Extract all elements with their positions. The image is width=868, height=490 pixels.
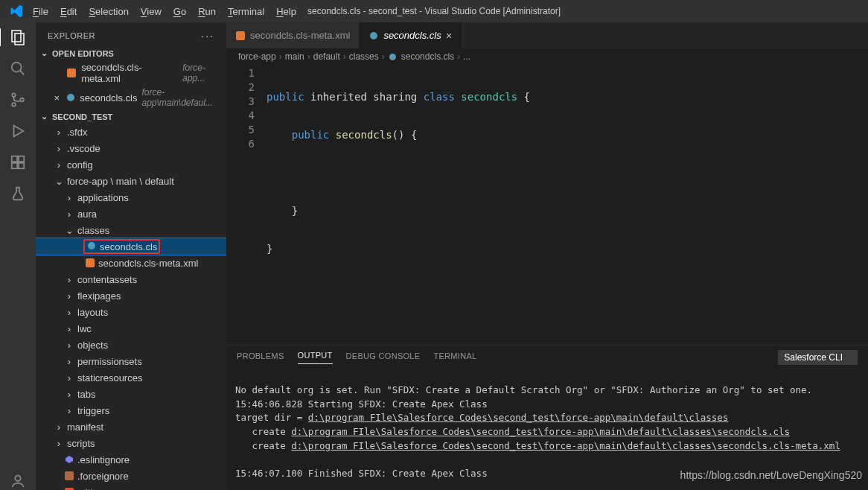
code-editor[interactable]: 123 456 public inherited sharing class s… [226,66,868,345]
output-channel-selector[interactable]: Salesforce CLI [778,350,858,365]
chevron-icon: › [64,274,74,285]
tree-label: secondcls.cls [100,241,157,252]
tree-folder[interactable]: ›applications [36,189,226,206]
tree-label: .gitignore [77,487,117,491]
tree-folder[interactable]: ⌄classes [36,222,226,238]
open-editors-header[interactable]: ⌄ OPEN EDITORS [36,46,226,60]
tree-folder[interactable]: ›triggers [36,402,226,419]
chevron-icon: › [64,340,74,351]
accounts-icon[interactable] [9,472,27,490]
tree-file[interactable]: secondcls.cls [36,238,226,255]
source-control-icon[interactable] [9,91,27,109]
panel-tab-problems[interactable]: PROBLEMS [237,351,284,364]
tab-secondcls-meta[interactable]: secondcls.cls-meta.xml [226,22,360,48]
menu-help[interactable]: Help [270,3,302,20]
chevron-icon: › [64,192,74,203]
tree-label: applications [77,192,129,203]
tree-folder[interactable]: ›config [36,156,226,173]
chevron-icon: ⌄ [54,176,64,187]
window-title: secondcls.cls - second_test - Visual Stu… [307,6,561,16]
menu-go[interactable]: Go [167,3,192,20]
tree-folder[interactable]: ⌄force-app \ main \ default [36,173,226,189]
tree-label: secondcls.cls-meta.xml [98,258,198,269]
panel-tab-debug[interactable]: DEBUG CONSOLE [346,351,421,364]
sidebar-title: EXPLORER [48,31,95,40]
menu-terminal[interactable]: Terminal [222,3,270,20]
git-file-icon [64,487,74,490]
code-content: public inherited sharing class secondcls… [267,66,868,345]
tree-label: manifest [67,421,103,433]
sidebar-more-icon[interactable]: ··· [201,30,214,42]
force-file-icon [64,471,74,481]
tree-folder[interactable]: ›.vscode [36,140,226,156]
apex-file-icon [66,92,76,103]
tree-label: permissionsets [77,356,142,367]
tree-folder[interactable]: ›objects [36,337,226,353]
blank-close-slot [52,68,63,79]
search-icon[interactable] [9,60,27,77]
tree-label: classes [77,225,109,236]
tree-folder[interactable]: ›lwc [36,320,226,337]
svg-point-15 [88,242,95,249]
tree-folder[interactable]: ›permissionsets [36,353,226,369]
menu-file[interactable]: File [27,3,54,20]
close-icon[interactable]: × [52,92,62,104]
svg-point-22 [389,54,396,60]
svg-point-12 [15,476,20,481]
chevron-icon: › [64,307,74,318]
tree-folder[interactable]: ›staticresources [36,369,226,386]
breadcrumb[interactable]: force-app› main› default› classes› secon… [226,48,868,66]
chevron-icon: › [54,143,64,154]
tree-file[interactable]: .eslintignore [36,451,226,468]
svg-point-2 [12,63,22,72]
tab-bar: secondcls.cls-meta.xml secondcls.cls × [226,22,868,48]
svg-rect-9 [12,163,17,168]
menu-edit[interactable]: Edit [54,3,83,20]
tree-folder[interactable]: ›contentassets [36,271,226,287]
chevron-icon: › [54,127,64,138]
open-editor-item[interactable]: × secondcls.cls force-app\main\defaul... [36,86,226,109]
tree-label: contentassets [77,274,137,285]
extensions-icon[interactable] [9,153,27,171]
run-debug-icon[interactable] [9,122,27,140]
menu-selection[interactable]: Selection [83,3,134,20]
tree-label: triggers [77,405,109,416]
svg-point-6 [20,98,24,102]
file-tree: ›.sfdx›.vscode›config⌄force-app \ main \… [36,124,226,490]
tree-file[interactable]: secondcls.cls-meta.xml [36,255,226,271]
tree-folder[interactable]: ›flexipages [36,287,226,304]
tree-folder[interactable]: ›aura [36,206,226,222]
project-header[interactable]: ⌄ SECOND_TEST [36,109,226,124]
panel-tab-output[interactable]: OUTPUT [298,351,333,364]
svg-point-4 [12,93,16,97]
tree-label: aura [77,209,97,220]
tree-file[interactable]: .gitignore [36,484,226,490]
panel-tab-terminal[interactable]: TERMINAL [433,351,476,364]
close-icon[interactable]: × [446,30,452,42]
tree-folder[interactable]: ›tabs [36,386,226,402]
open-editor-item[interactable]: secondcls.cls-meta.xml force-app... [36,60,226,86]
tree-folder[interactable]: ›manifest [36,419,226,435]
explorer-icon[interactable] [0,28,35,46]
svg-marker-7 [14,126,24,137]
menu-run[interactable]: Run [192,3,222,20]
tree-folder[interactable]: ›scripts [36,435,226,451]
tree-folder[interactable]: ›.sfdx [36,124,226,140]
watermark-text: https://blog.csdn.net/LoveDengXing520 [680,469,862,481]
tab-secondcls[interactable]: secondcls.cls × [360,22,462,48]
chevron-icon: › [64,356,74,367]
chevron-down-icon: ⌄ [39,48,49,58]
chevron-icon: › [54,438,64,449]
editor-area: secondcls.cls-meta.xml secondcls.cls × f… [226,22,868,490]
tree-label: objects [77,340,108,351]
svg-point-5 [12,103,16,106]
test-icon[interactable] [9,185,27,203]
svg-rect-20 [236,31,245,40]
tree-file[interactable]: .forceignore [36,468,226,484]
svg-rect-16 [86,258,95,267]
line-gutter: 123 456 [226,66,267,345]
xml-file-icon [85,258,95,268]
chevron-down-icon: ⌄ [39,112,49,121]
tree-folder[interactable]: ›layouts [36,304,226,320]
menu-view[interactable]: View [135,3,167,20]
